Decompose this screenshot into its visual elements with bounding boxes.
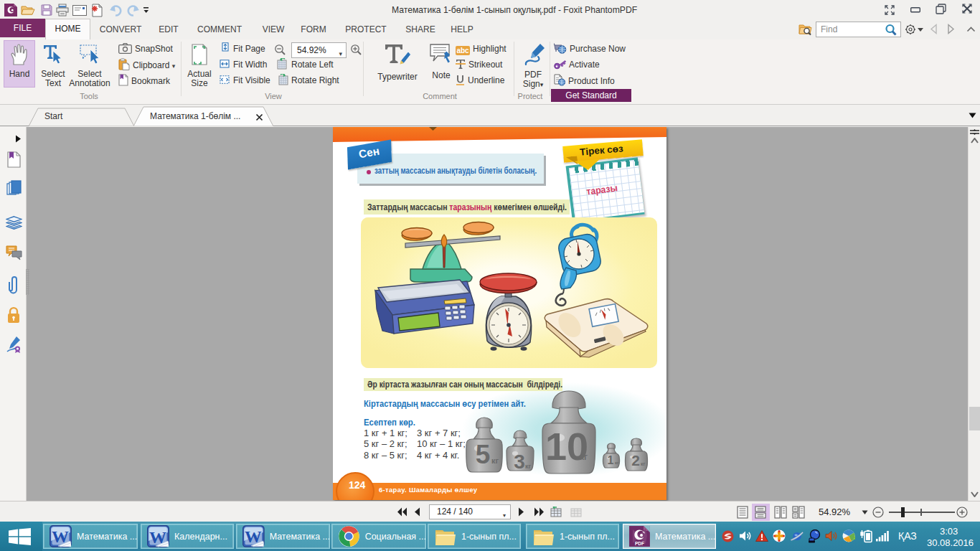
svg-text:кг: кг [641,461,646,466]
svg-text:1: 1 [608,454,614,466]
svg-text:кг: кг [615,461,619,465]
svg-text:кг: кг [491,456,499,465]
svg-text:кг: кг [580,452,588,462]
svg-text:кг: кг [525,463,532,470]
svg-text:2: 2 [631,452,640,468]
svg-text:3: 3 [514,451,525,473]
svg-text:5: 5 [476,440,491,469]
svg-text:PDF: PDF [635,541,644,546]
